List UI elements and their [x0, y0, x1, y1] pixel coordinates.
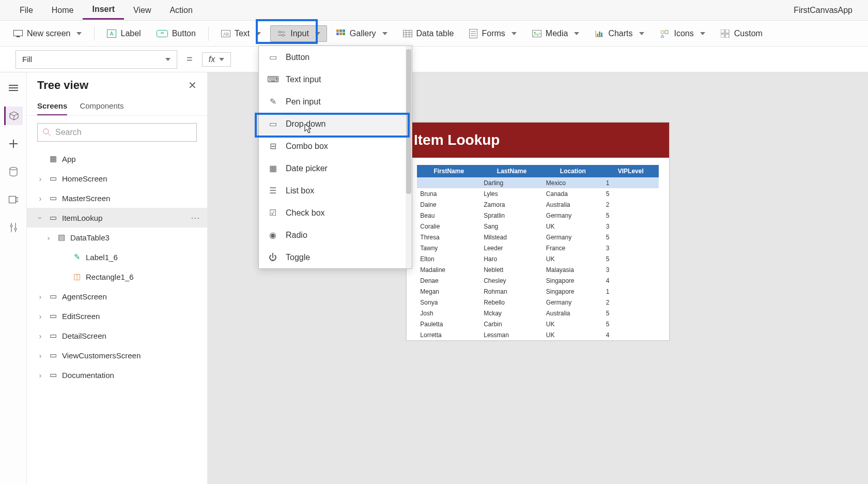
- ribbon-data-table[interactable]: Data table: [397, 26, 460, 41]
- input-menu-toggle[interactable]: ⏻Toggle: [259, 246, 412, 268]
- ribbon-input[interactable]: Input: [270, 25, 327, 42]
- tree-node-label: Rectangle1_6: [86, 273, 134, 281]
- screen-icon: ▭: [49, 193, 58, 203]
- tab-screens[interactable]: Screens: [37, 98, 67, 115]
- expand-icon[interactable]: ›: [36, 194, 44, 203]
- input-menu-button[interactable]: ▭Button: [259, 46, 412, 68]
- tree-node-homescreen[interactable]: ›▭HomeScreen: [27, 169, 207, 188]
- ribbon-new-screen[interactable]: New screen: [7, 26, 88, 41]
- table-row[interactable]: DaineZamoraAustralia2: [417, 199, 658, 210]
- ribbon-gallery[interactable]: Gallery: [330, 26, 394, 41]
- table-row[interactable]: BeauSpratlinGermany5: [417, 210, 658, 221]
- tree-search-input[interactable]: Search: [37, 123, 197, 142]
- input-menu-drop-down[interactable]: ▭Drop down: [259, 113, 412, 135]
- rail-tree-view[interactable]: [4, 107, 23, 125]
- tree-node-viewcustomers[interactable]: ›▭ViewCustomersScreen: [27, 345, 207, 365]
- tree-node-label: ItemLookup: [62, 214, 102, 222]
- table-header[interactable]: FirstName: [417, 165, 481, 177]
- table-row[interactable]: LorrettaLessmanUK4: [417, 329, 658, 340]
- rail-data[interactable]: [4, 162, 23, 181]
- menu-action[interactable]: Action: [160, 2, 202, 19]
- ribbon-icons-label: Icons: [674, 29, 694, 38]
- table-row[interactable]: TawnyLeederFrance3: [417, 243, 658, 253]
- chevron-down-icon: [700, 32, 705, 35]
- ribbon-custom[interactable]: Custom: [715, 26, 769, 41]
- tree-node-itemlookup[interactable]: ›▭ItemLookup⋯: [27, 208, 207, 228]
- tree-node-rectangle1-6[interactable]: ◫Rectangle1_6: [27, 267, 207, 286]
- scrollbar-thumb[interactable]: [406, 49, 411, 194]
- table-row[interactable]: DenaeChesleySingapore4: [417, 275, 658, 286]
- table-row[interactable]: MadalineNeblettMalayasia3: [417, 264, 658, 275]
- input-menu-radio[interactable]: ◉Radio: [259, 224, 412, 246]
- input-menu-date-picker[interactable]: ▦Date picker: [259, 157, 412, 179]
- table-row[interactable]: BrunaLylesCanada5: [417, 188, 658, 199]
- ribbon-charts[interactable]: Charts: [588, 26, 650, 41]
- table-row[interactable]: MeganRohmanSingapore1: [417, 286, 658, 297]
- rail-media[interactable]: [4, 190, 23, 209]
- table-row[interactable]: PaulettaCarbinUK5: [417, 319, 658, 329]
- pen-icon: ✎: [267, 97, 278, 107]
- preview-data-table[interactable]: FirstNameLastNameLocationVIPLevel Darlin…: [417, 165, 658, 340]
- ribbon-forms[interactable]: Forms: [463, 26, 522, 41]
- table-row[interactable]: EltonHaroUK5: [417, 253, 658, 264]
- expand-icon[interactable]: ›: [36, 312, 44, 321]
- table-row[interactable]: CoralieSangUK3: [417, 221, 658, 232]
- menu-home[interactable]: Home: [42, 2, 83, 19]
- expand-icon[interactable]: ›: [36, 292, 44, 301]
- table-cell: 3: [603, 264, 659, 275]
- input-menu-pen-input[interactable]: ✎Pen input: [259, 90, 412, 113]
- chevron-down-icon: [165, 58, 171, 61]
- rail-insert[interactable]: [4, 134, 23, 153]
- table-row[interactable]: DarlingMexico1: [417, 177, 658, 188]
- property-selector[interactable]: Fill: [16, 50, 177, 69]
- ribbon-text[interactable]: Ab Text: [215, 26, 267, 41]
- tree-node-detailscreen[interactable]: ›▭DetailScreen: [27, 326, 207, 345]
- input-menu-combo-box[interactable]: ⊟Combo box: [259, 135, 412, 157]
- table-row[interactable]: JoshMckayAustralia5: [417, 308, 658, 319]
- table-cell: 3: [603, 221, 659, 232]
- table-row[interactable]: ThresaMilsteadGermany5: [417, 232, 658, 243]
- svg-rect-38: [725, 34, 729, 38]
- screen-preview[interactable]: Item Lookup FirstNameLastNameLocationVIP…: [406, 122, 670, 341]
- rail-hamburger[interactable]: [4, 79, 23, 97]
- expand-icon[interactable]: ›: [36, 174, 44, 183]
- ribbon-button[interactable]: Button: [150, 26, 202, 41]
- tree-node-masterscreen[interactable]: ›▭MasterScreen: [27, 188, 207, 208]
- tree-node-app[interactable]: ▦App: [27, 149, 207, 169]
- dropdown-scrollbar[interactable]: [406, 46, 412, 268]
- expand-icon[interactable]: ›: [44, 233, 53, 242]
- collapse-icon[interactable]: ›: [36, 214, 45, 222]
- tab-components[interactable]: Components: [80, 98, 123, 115]
- table-row[interactable]: SonyaRebelloGermany2: [417, 297, 658, 308]
- rail-advanced[interactable]: [4, 218, 23, 237]
- expand-icon[interactable]: ›: [36, 351, 44, 360]
- tree-node-documentation[interactable]: ›▭Documentation: [27, 365, 207, 385]
- tree-node-agentscreen[interactable]: ›▭AgentScreen: [27, 286, 207, 306]
- ribbon-icons[interactable]: Icons: [654, 26, 711, 41]
- input-menu-list-box[interactable]: ☰List box: [259, 179, 412, 202]
- fx-button[interactable]: fx: [202, 52, 231, 67]
- formula-bar: Fill = fx: [0, 47, 868, 72]
- table-cell: 1: [603, 286, 659, 297]
- menu-file[interactable]: File: [10, 2, 42, 19]
- tree-node-editscreen[interactable]: ›▭EditScreen: [27, 306, 207, 326]
- ribbon-media[interactable]: Media: [526, 26, 586, 41]
- chevron-down-icon: [639, 32, 644, 35]
- label-icon: [107, 29, 116, 38]
- table-header[interactable]: Location: [543, 165, 603, 177]
- close-panel-button[interactable]: ✕: [188, 79, 197, 92]
- table-header[interactable]: VIPLevel: [603, 165, 659, 177]
- ribbon-label[interactable]: Label: [101, 26, 147, 41]
- tree-node-label1-6[interactable]: ✎Label1_6: [27, 247, 207, 267]
- expand-icon[interactable]: ›: [36, 331, 44, 340]
- input-menu-text-input[interactable]: ⌨Text input: [259, 68, 412, 90]
- tree-node-datatable3[interactable]: ›▤DataTable3: [27, 228, 207, 247]
- menu-view[interactable]: View: [124, 2, 160, 19]
- expand-icon[interactable]: ›: [36, 371, 44, 380]
- svg-point-51: [43, 129, 49, 134]
- table-cell: Malayasia: [543, 264, 603, 275]
- menu-insert[interactable]: Insert: [83, 1, 124, 20]
- table-header[interactable]: LastName: [481, 165, 543, 177]
- input-menu-check-box[interactable]: ☑Check box: [259, 202, 412, 224]
- more-options-button[interactable]: ⋯: [191, 212, 201, 223]
